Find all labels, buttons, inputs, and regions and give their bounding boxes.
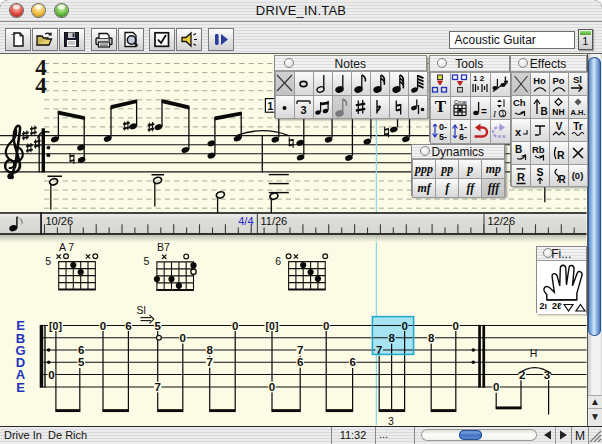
svg-text:B: B — [515, 144, 522, 155]
svg-text:x: x — [515, 126, 522, 138]
svg-text:12/26: 12/26 — [488, 215, 516, 227]
svg-text:0: 0 — [100, 320, 106, 332]
svg-text:0: 0 — [493, 381, 499, 393]
svg-text:NH: NH — [552, 107, 564, 117]
svg-text:6-: 6- — [459, 132, 467, 142]
svg-text:3: 3 — [301, 103, 307, 115]
svg-text:7: 7 — [297, 344, 303, 356]
svg-text:7: 7 — [154, 381, 160, 393]
svg-text:0: 0 — [323, 320, 329, 332]
svg-text:A.H.: A.H. — [570, 108, 585, 117]
svg-text:[0]: [0] — [266, 320, 279, 332]
svg-text:I: I — [492, 108, 497, 118]
svg-text:10/26: 10/26 — [46, 215, 74, 227]
svg-text:0: 0 — [453, 320, 459, 332]
svg-text:0: 0 — [269, 381, 275, 393]
svg-text:11/26: 11/26 — [261, 215, 288, 227]
svg-text:6: 6 — [125, 320, 131, 332]
svg-text:Cmaj: Cmaj — [454, 98, 467, 104]
svg-text:0: 0 — [232, 320, 238, 332]
svg-text:R: R — [517, 171, 525, 183]
svg-text:S: S — [536, 166, 543, 178]
svg-text:0: 0 — [180, 332, 186, 344]
svg-text:0-: 0- — [439, 122, 447, 132]
svg-text:B: B — [540, 106, 547, 117]
svg-text:4/4: 4/4 — [238, 215, 253, 227]
svg-text:1: 1 — [501, 109, 505, 118]
svg-text:Sl: Sl — [137, 304, 146, 316]
svg-text:=: = — [481, 106, 487, 117]
svg-text:6: 6 — [275, 255, 281, 267]
svg-text:6: 6 — [297, 356, 303, 368]
svg-text:1 2: 1 2 — [473, 74, 485, 83]
svg-text:B7: B7 — [157, 241, 170, 253]
svg-text:4: 4 — [35, 73, 47, 98]
svg-text:A 7: A 7 — [59, 241, 74, 253]
svg-text:E: E — [16, 380, 25, 395]
svg-text:8: 8 — [428, 332, 435, 344]
svg-text:5-: 5- — [439, 132, 447, 142]
svg-text:R: R — [559, 173, 567, 184]
svg-text:Tr: Tr — [573, 121, 583, 132]
svg-text:[0]: [0] — [49, 320, 62, 332]
svg-text:7: 7 — [206, 356, 212, 368]
svg-text:6: 6 — [78, 344, 84, 356]
svg-text:5: 5 — [78, 356, 85, 368]
svg-text:8: 8 — [388, 332, 395, 344]
svg-text:5: 5 — [154, 320, 161, 332]
svg-text:0: 0 — [48, 369, 54, 381]
svg-text:8: 8 — [206, 344, 213, 356]
svg-text:V: V — [555, 121, 562, 132]
svg-text:H: H — [530, 347, 538, 359]
svg-text:1: 1 — [267, 100, 273, 112]
svg-text:Ch: Ch — [513, 97, 526, 108]
svg-text:0: 0 — [401, 320, 407, 332]
svg-text:R: R — [557, 148, 565, 160]
svg-text:6: 6 — [349, 356, 355, 368]
svg-text:Rb: Rb — [532, 143, 545, 154]
svg-text:1-: 1- — [459, 122, 467, 132]
svg-text:5: 5 — [144, 255, 150, 267]
svg-text:5: 5 — [45, 255, 51, 267]
